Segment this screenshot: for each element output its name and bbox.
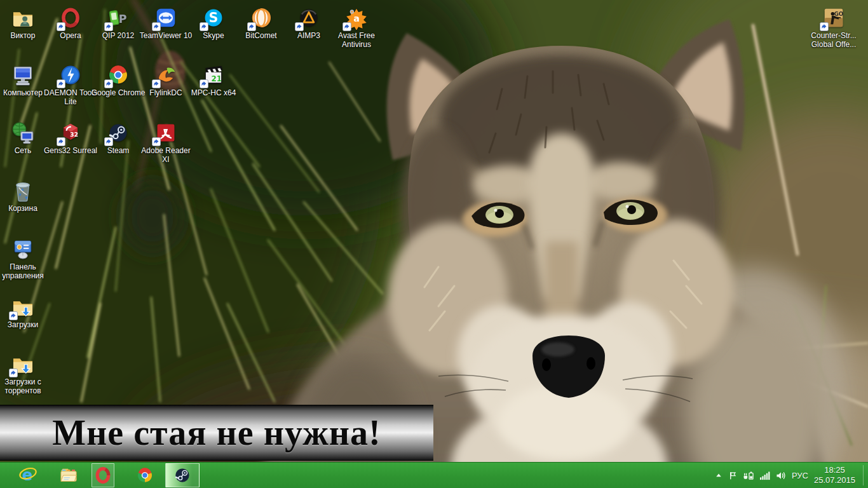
taskbar-apps: e bbox=[15, 463, 215, 488]
desktop-icon-control-panel[interactable]: Панель управления bbox=[0, 237, 50, 281]
desktop-icons: ВикторOperaPQIP 2012TeamViewer 10SSkypeB… bbox=[0, 0, 868, 488]
desktop-icon-bitcomet[interactable]: BitComet bbox=[234, 6, 288, 41]
desktop-icon-adobe-reader[interactable]: Adobe Reader XI bbox=[139, 121, 193, 165]
csgo-icon: GO bbox=[821, 6, 846, 30]
desktop-icon-aimp3[interactable]: AIMP3 bbox=[281, 6, 336, 41]
avast-icon: a bbox=[344, 6, 369, 30]
teamviewer-10-icon bbox=[153, 6, 179, 30]
power-icon[interactable] bbox=[743, 471, 754, 480]
desktop-icon-daemon[interactable]: DAEMON Tools Lite bbox=[43, 63, 98, 107]
desktop-icon-skype[interactable]: SSkype bbox=[186, 6, 241, 41]
desktop-icon-avast[interactable]: aAvast Free Antivirus bbox=[329, 6, 384, 50]
torrent-downloads-icon bbox=[10, 352, 36, 376]
taskbar-app-google-chrome[interactable] bbox=[132, 463, 158, 487]
desktop-icon-label: Компьютер bbox=[3, 89, 43, 98]
desktop-icon-label: Avast Free Antivirus bbox=[329, 32, 384, 50]
system-tray: РУС 18:25 25.07.2015 bbox=[715, 463, 855, 488]
svg-text:a: a bbox=[353, 13, 360, 24]
taskbar-app-opera[interactable] bbox=[92, 463, 114, 487]
tray-icons bbox=[715, 471, 786, 480]
network-icon bbox=[10, 121, 36, 145]
svg-text:S: S bbox=[209, 10, 219, 25]
svg-text:P: P bbox=[119, 13, 127, 25]
desktop-icon-label: Gens32 Surreal bbox=[44, 147, 97, 156]
flylinkdc-icon bbox=[153, 63, 179, 87]
desktop: Мне стая не нужна! ВикторOperaPQIP 2012T… bbox=[0, 0, 868, 488]
taskbar: e РУС 18:25 25.07.2015 bbox=[0, 462, 868, 488]
volume-icon[interactable] bbox=[776, 471, 786, 480]
aimp3-icon bbox=[296, 6, 322, 30]
desktop-icon-label: Загрузки с торрентов bbox=[0, 378, 50, 396]
taskbar-app-internet-explorer[interactable]: e bbox=[15, 463, 41, 487]
gens32-icon: 32 bbox=[58, 121, 83, 145]
computer-icon bbox=[10, 63, 36, 87]
bitcomet-icon bbox=[248, 6, 274, 30]
desktop-icon-qip-2012[interactable]: PQIP 2012 bbox=[91, 6, 146, 41]
svg-text:32: 32 bbox=[70, 131, 78, 138]
taskbar-app-steam[interactable] bbox=[165, 463, 200, 487]
desktop-icon-teamviewer-10[interactable]: TeamViewer 10 bbox=[139, 6, 193, 41]
desktop-icon-label: Корзина bbox=[8, 205, 37, 214]
desktop-icon-label: Google Chrome bbox=[92, 89, 146, 98]
mpc-hc-icon: 21 bbox=[201, 63, 226, 87]
clock-date: 25.07.2015 bbox=[814, 475, 855, 485]
desktop-icon-label: Steam bbox=[107, 147, 130, 156]
desktop-icon-downloads[interactable]: Загрузки bbox=[0, 295, 50, 330]
steam-icon bbox=[105, 121, 131, 145]
viktor-icon bbox=[10, 6, 36, 30]
desktop-icon-label: Adobe Reader XI bbox=[139, 147, 193, 165]
svg-text:21: 21 bbox=[211, 74, 222, 83]
desktop-icon-label: TeamViewer 10 bbox=[140, 32, 193, 41]
qip-2012-icon: P bbox=[105, 6, 131, 30]
desktop-icon-label: DAEMON Tools Lite bbox=[43, 89, 98, 107]
desktop-icon-label: BitComet bbox=[245, 32, 276, 41]
desktop-icon-opera[interactable]: Opera bbox=[43, 6, 98, 41]
desktop-icon-label: Сеть bbox=[15, 147, 32, 156]
svg-text:GO: GO bbox=[834, 11, 844, 17]
desktop-icon-recycle-bin[interactable]: Корзина bbox=[0, 179, 50, 214]
desktop-icon-torrent-downloads[interactable]: Загрузки с торрентов bbox=[0, 352, 50, 396]
daemon-icon bbox=[58, 63, 83, 87]
opera-icon bbox=[58, 6, 83, 30]
desktop-icon-google-chrome[interactable]: Google Chrome bbox=[91, 63, 146, 98]
downloads-icon bbox=[10, 295, 36, 319]
recycle-bin-icon bbox=[10, 179, 36, 203]
desktop-icon-csgo[interactable]: GOCounter-Str... Global Offe... bbox=[806, 6, 861, 50]
taskbar-app-file-explorer[interactable] bbox=[56, 463, 81, 487]
show-desktop-button[interactable] bbox=[863, 465, 868, 485]
hidden-icons-icon[interactable] bbox=[715, 471, 722, 479]
control-panel-icon bbox=[10, 237, 36, 261]
clock[interactable]: 18:25 25.07.2015 bbox=[814, 465, 855, 486]
clock-time: 18:25 bbox=[824, 465, 845, 475]
desktop-icon-label: QIP 2012 bbox=[102, 32, 134, 41]
desktop-icon-label: Counter-Str... Global Offe... bbox=[806, 32, 861, 50]
desktop-icon-mpc-hc[interactable]: 21MPC-HC x64 bbox=[186, 63, 241, 98]
desktop-icon-steam[interactable]: Steam bbox=[91, 121, 146, 156]
desktop-icon-flylinkdc[interactable]: FlylinkDC bbox=[139, 63, 193, 98]
desktop-icon-label: FlylinkDC bbox=[149, 89, 182, 98]
language-indicator[interactable]: РУС bbox=[792, 471, 808, 480]
desktop-icon-label: Виктор bbox=[11, 32, 36, 41]
action-center-icon[interactable] bbox=[728, 471, 738, 480]
adobe-reader-icon bbox=[153, 121, 179, 145]
desktop-icon-gens32[interactable]: 32Gens32 Surreal bbox=[43, 121, 98, 156]
skype-icon: S bbox=[201, 6, 226, 30]
desktop-icon-label: Opera bbox=[60, 32, 81, 41]
desktop-icon-label: MPC-HC x64 bbox=[191, 89, 236, 98]
desktop-icon-label: Skype bbox=[203, 32, 224, 41]
network-signal-icon[interactable] bbox=[760, 471, 770, 480]
desktop-icon-label: Загрузки bbox=[8, 321, 38, 330]
desktop-icon-label: AIMP3 bbox=[297, 32, 320, 41]
desktop-icon-label: Панель управления bbox=[0, 263, 50, 281]
google-chrome-icon bbox=[105, 63, 131, 87]
